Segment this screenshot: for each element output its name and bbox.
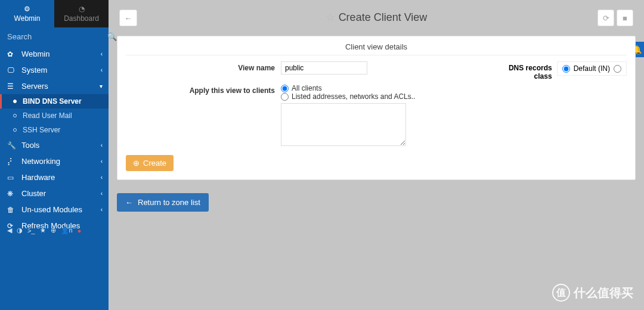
plus-circle-icon: ⊕ [133, 159, 140, 168]
watermark-logo-icon: 值 [552, 284, 570, 302]
sidebar-item-bind-dns[interactable]: BIND DNS Server [0, 94, 109, 108]
wrench-icon: 🔧 [7, 141, 17, 150]
chevron-left-icon: ‹ [101, 190, 103, 197]
tab-webmin-label: Webmin [14, 14, 41, 23]
chevron-left-icon: ‹ [101, 142, 103, 148]
menu-networking[interactable]: ⡜Networking‹ [0, 153, 109, 169]
webmin-icon: ⚙ [24, 5, 30, 13]
arrow-left-icon: ← [125, 198, 133, 207]
radio-all-clients[interactable] [281, 85, 289, 92]
menu-cluster[interactable]: ❋Cluster‹ [0, 185, 109, 202]
create-button[interactable]: ⊕Create [126, 155, 174, 171]
power-icon[interactable]: ● [78, 227, 82, 234]
menu-servers[interactable]: ☰Servers▾ [0, 78, 109, 94]
search-input[interactable] [7, 32, 107, 41]
menu-system[interactable]: 🖵System‹ [0, 62, 109, 78]
radio-other-class[interactable] [614, 65, 621, 73]
cluster-icon: ❋ [7, 190, 17, 198]
form-grid: View name DNS records class Default (IN)… [126, 61, 627, 148]
bullet-icon [13, 114, 17, 117]
trash-icon: 🗑 [7, 206, 17, 214]
chevron-left-icon: ‹ [101, 174, 103, 181]
monitor-icon: 🖵 [7, 66, 17, 75]
stop-icon: ■ [623, 14, 627, 23]
bullet-icon [13, 128, 17, 132]
terminal-icon[interactable]: >_ [27, 227, 35, 234]
star-icon[interactable]: ★ [40, 227, 46, 234]
menu-webmin[interactable]: ✿Webmin‹ [0, 46, 109, 62]
star-outline-icon[interactable]: ☆ [326, 11, 335, 23]
reload-button[interactable]: ⟳ [597, 10, 614, 26]
sidebar-item-read-mail[interactable]: Read User Mail [0, 108, 109, 123]
radio-listed[interactable] [281, 93, 289, 101]
dashboard-icon: ◔ [79, 5, 85, 13]
details-panel: Client view details View name DNS record… [117, 36, 636, 180]
sidebar-item-ssh-server[interactable]: SSH Server [0, 123, 109, 137]
tab-dashboard-label: Dashboard [64, 14, 99, 23]
search-row: 🔍 [0, 27, 109, 46]
sidebar: ⚙ Webmin ◔ Dashboard 🔍 ✿Webmin‹ 🖵System‹… [0, 0, 109, 310]
radio-listed-label: Listed addresses, networks and ACLs.. [292, 92, 415, 101]
radio-default-in[interactable] [562, 65, 570, 73]
return-button[interactable]: ←Return to zone list [117, 193, 209, 212]
watermark: 值 什么值得买 [552, 284, 633, 302]
panel-title: Client view details [126, 42, 627, 55]
share-icon: ⡜ [7, 157, 17, 166]
bullet-icon [13, 100, 17, 103]
collapse-icon[interactable]: ◀ [7, 227, 12, 234]
page-title: Create Client View [339, 11, 428, 23]
moon-icon[interactable]: ◑ [17, 227, 23, 234]
view-name-input[interactable] [281, 61, 367, 75]
main-content: ← ☆Create Client View ⟳ ■ Client view de… [109, 0, 644, 310]
reload-icon: ⟳ [603, 14, 609, 23]
bottom-toolbar: ◀ ◑ >_ ★ ⊕ 👤n ● [7, 227, 81, 234]
page-title-wrap: ☆Create Client View [117, 11, 636, 24]
server-icon: ☰ [7, 82, 17, 91]
stop-button[interactable]: ■ [617, 10, 633, 26]
header-buttons: ⟳ ■ [597, 10, 633, 26]
disk-icon: ▭ [7, 173, 17, 182]
chevron-left-icon: ‹ [101, 158, 103, 165]
tab-dashboard[interactable]: ◔ Dashboard [54, 0, 109, 27]
globe-icon[interactable]: ⊕ [51, 227, 56, 234]
menu-hardware[interactable]: ▭Hardware‹ [0, 169, 109, 185]
acl-textarea[interactable] [281, 103, 406, 146]
dns-class-group: DNS records class Default (IN) [496, 61, 627, 80]
label-apply-to: Apply this view to clients [126, 84, 275, 95]
user-icon[interactable]: 👤n [61, 227, 73, 234]
sidebar-tabs: ⚙ Webmin ◔ Dashboard [0, 0, 109, 27]
radio-default-in-label: Default (IN) [574, 64, 610, 73]
menu-tools[interactable]: 🔧Tools‹ [0, 137, 109, 153]
chevron-left-icon: ‹ [101, 206, 103, 213]
radio-all-clients-label: All clients [292, 84, 322, 92]
gear-icon: ✿ [7, 50, 17, 58]
menu-unused[interactable]: 🗑Un-used Modules‹ [0, 202, 109, 218]
chevron-down-icon: ▾ [100, 83, 103, 89]
chevron-left-icon: ‹ [101, 67, 103, 73]
watermark-text: 什么值得买 [574, 285, 633, 301]
page-header: ← ☆Create Client View ⟳ ■ [117, 8, 636, 30]
tab-webmin[interactable]: ⚙ Webmin [0, 0, 54, 27]
label-dns-class: DNS records class [509, 64, 552, 80]
label-view-name: View name [126, 61, 275, 72]
chevron-left-icon: ‹ [101, 51, 103, 57]
